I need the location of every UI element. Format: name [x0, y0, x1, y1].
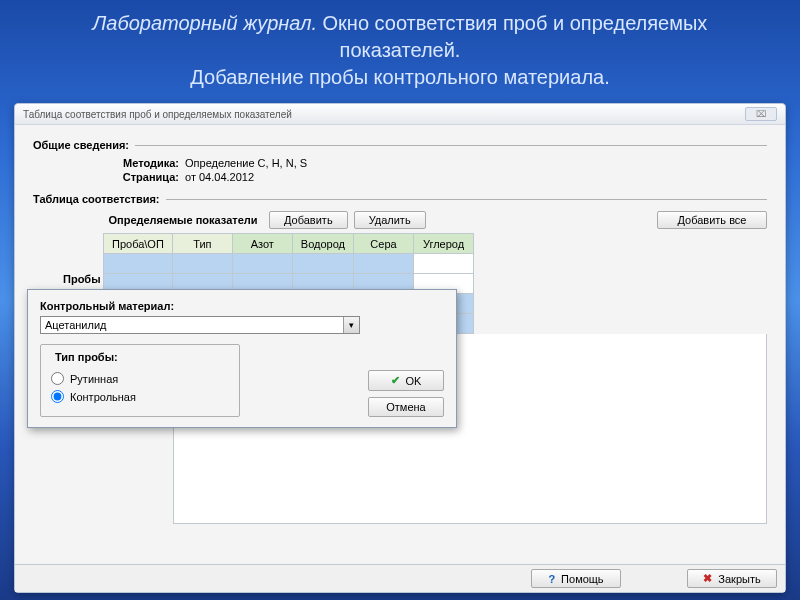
titlebar: Таблица соответствия проб и определяемых…: [15, 104, 785, 125]
col-proba-op[interactable]: Проба\ОП: [104, 234, 173, 254]
chevron-down-icon[interactable]: ▾: [343, 317, 359, 333]
general-section-label: Общие сведения:: [33, 139, 767, 151]
page-row: Страница: от 04.04.2012: [105, 171, 767, 183]
table-header-row: Проба\ОП Тип Азот Водород Сера Углерод: [104, 234, 474, 254]
material-combobox[interactable]: ▾: [40, 316, 360, 334]
col-type[interactable]: Тип: [172, 234, 232, 254]
check-icon: ✔: [391, 374, 400, 387]
general-section-text: Общие сведения:: [33, 139, 129, 151]
divider: [135, 145, 767, 146]
window-content: Общие сведения: Методика: Определение C,…: [15, 125, 785, 563]
slide-title-line2: Добавление пробы контрольного материала.: [190, 66, 610, 88]
bottom-bar: ? Помощь ✖ Закрыть: [15, 564, 785, 592]
ok-button[interactable]: ✔ OK: [368, 370, 444, 391]
add-button[interactable]: Добавить: [269, 211, 348, 229]
close-label: Закрыть: [718, 573, 760, 585]
close-icon[interactable]: ⌧: [745, 107, 777, 121]
corr-section-text: Таблица соответствия:: [33, 193, 160, 205]
main-window: Таблица соответствия проб и определяемых…: [14, 103, 786, 593]
close-x-icon: ✖: [703, 572, 712, 585]
slide-title-rest1: Окно соответствия проб и определяемых по…: [317, 12, 707, 61]
corr-section-label: Таблица соответствия:: [33, 193, 767, 205]
material-input[interactable]: [41, 317, 343, 333]
help-button[interactable]: ? Помощь: [531, 569, 621, 588]
slide-title: Лабораторный журнал. Окно соответствия п…: [0, 0, 800, 103]
probe-type-fieldset: Тип пробы: Рутинная Контрольная: [40, 344, 240, 417]
radio-control[interactable]: Контрольная: [51, 390, 229, 403]
window-title: Таблица соответствия проб и определяемых…: [23, 109, 292, 120]
delete-button[interactable]: Удалить: [354, 211, 426, 229]
dialog-buttons: ✔ OK Отмена: [362, 370, 444, 417]
help-icon: ?: [548, 573, 555, 585]
radio-routine-input[interactable]: [51, 372, 64, 385]
page-key: Страница:: [105, 171, 185, 183]
defined-indicators-label: Определяемые показатели: [103, 214, 263, 226]
method-key: Методика:: [105, 157, 185, 169]
col-sera[interactable]: Сера: [354, 234, 414, 254]
table-row[interactable]: [104, 254, 474, 274]
help-label: Помощь: [561, 573, 604, 585]
toolbar-row: Определяемые показатели Добавить Удалить…: [33, 211, 767, 229]
radio-control-input[interactable]: [51, 390, 64, 403]
col-uglerod[interactable]: Углерод: [414, 234, 474, 254]
probe-type-legend: Тип пробы:: [51, 351, 122, 363]
add-probe-dialog: Контрольный материал: ▾ Тип пробы: Рутин…: [27, 289, 457, 428]
radio-routine[interactable]: Рутинная: [51, 372, 229, 385]
close-button[interactable]: ✖ Закрыть: [687, 569, 777, 588]
radio-control-label: Контрольная: [70, 391, 136, 403]
divider: [166, 199, 767, 200]
slide-title-strong: Лабораторный журнал.: [93, 12, 317, 34]
probes-label: Пробы: [63, 273, 101, 285]
col-azot[interactable]: Азот: [232, 234, 292, 254]
method-value: Определение C, H, N, S: [185, 157, 307, 169]
method-row: Методика: Определение C, H, N, S: [105, 157, 767, 169]
cancel-label: Отмена: [386, 401, 425, 413]
page-value: от 04.04.2012: [185, 171, 254, 183]
material-label: Контрольный материал:: [40, 300, 444, 312]
col-vodorod[interactable]: Водород: [292, 234, 353, 254]
ok-label: OK: [406, 375, 422, 387]
radio-routine-label: Рутинная: [70, 373, 118, 385]
cancel-button[interactable]: Отмена: [368, 397, 444, 417]
add-all-button[interactable]: Добавить все: [657, 211, 767, 229]
